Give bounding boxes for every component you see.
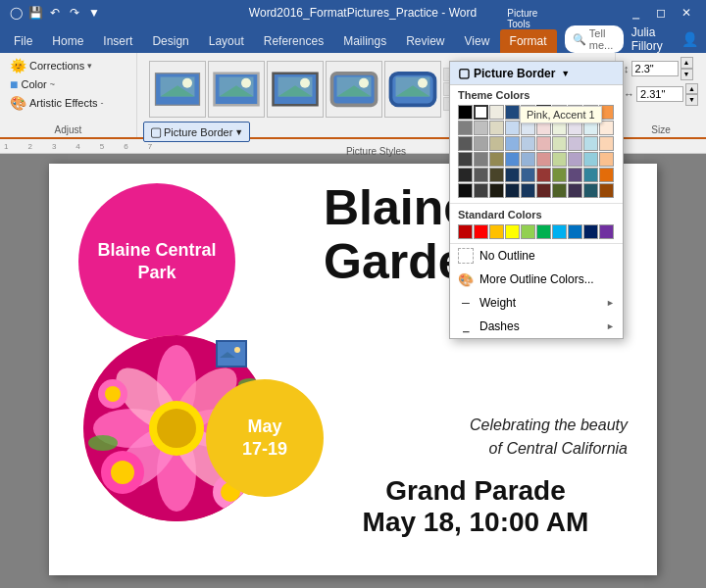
width-down-btn[interactable]: ▼ xyxy=(685,94,698,106)
c-r5-10[interactable] xyxy=(599,168,614,182)
picture-border-dropdown[interactable]: ▢ Picture Border ▼ Theme Colors xyxy=(449,61,624,339)
undo-btn[interactable]: ↶ xyxy=(47,5,63,21)
picture-border-btn[interactable]: ▢ Picture Border ▼ xyxy=(143,122,250,142)
color-btn[interactable]: ■ Color ~ xyxy=(6,75,130,93)
width-spin[interactable]: ▲ ▼ xyxy=(685,83,698,107)
tab-references[interactable]: References xyxy=(254,29,333,53)
color-darkblue[interactable] xyxy=(505,105,520,120)
sc-2[interactable] xyxy=(474,224,488,239)
color-purple[interactable] xyxy=(568,105,582,120)
c-r2-2[interactable] xyxy=(474,121,488,135)
c-r2-1[interactable] xyxy=(458,121,473,135)
c-r3-2[interactable] xyxy=(474,136,488,151)
sc-5[interactable] xyxy=(521,224,535,239)
c-r6-4[interactable] xyxy=(505,183,520,198)
tab-insert[interactable]: Insert xyxy=(93,29,142,53)
color-black[interactable] xyxy=(458,105,473,120)
tab-layout[interactable]: Layout xyxy=(199,29,254,53)
c-r4-4[interactable] xyxy=(505,152,520,167)
height-input[interactable] xyxy=(631,61,679,76)
sc-9[interactable] xyxy=(583,224,598,239)
c-r3-6[interactable] xyxy=(536,136,551,151)
c-r5-5[interactable] xyxy=(521,168,535,182)
no-outline-item[interactable]: No Outline xyxy=(450,244,623,268)
c-r6-6[interactable] xyxy=(536,183,551,198)
c-r3-3[interactable] xyxy=(489,136,504,151)
color-green[interactable] xyxy=(552,105,567,120)
color-cream[interactable] xyxy=(489,105,504,120)
window-controls[interactable]: ⎯ ◻ ✕ xyxy=(624,4,698,22)
sc-6[interactable] xyxy=(536,224,551,239)
c-r2-6[interactable] xyxy=(536,121,551,135)
c-r3-9[interactable] xyxy=(583,136,598,151)
c-r6-8[interactable] xyxy=(568,183,582,198)
color-red[interactable] xyxy=(536,105,551,120)
color-blue[interactable] xyxy=(521,105,535,120)
tab-mailings[interactable]: Mailings xyxy=(333,29,396,53)
redo-btn[interactable]: ↷ xyxy=(67,5,82,21)
color-teal[interactable] xyxy=(583,105,598,120)
c-r4-8[interactable] xyxy=(568,152,582,167)
tab-file[interactable]: File xyxy=(4,29,42,53)
c-r3-10[interactable] xyxy=(599,136,614,151)
c-r6-5[interactable] xyxy=(521,183,535,198)
quick-access-toolbar[interactable]: ◯ 💾 ↶ ↷ ▼ xyxy=(8,5,102,21)
c-r5-1[interactable] xyxy=(458,168,473,182)
more-colors-item[interactable]: 🎨 More Outline Colors... xyxy=(450,268,623,291)
style-5[interactable] xyxy=(384,61,441,118)
style-4[interactable] xyxy=(326,61,382,118)
sc-10[interactable] xyxy=(599,224,614,239)
corrections-btn[interactable]: 🌞 Corrections ▾ xyxy=(6,57,130,74)
c-r4-6[interactable] xyxy=(536,152,551,167)
c-r3-8[interactable] xyxy=(568,136,582,151)
c-r5-7[interactable] xyxy=(552,168,567,182)
c-r5-4[interactable] xyxy=(505,168,520,182)
c-r4-2[interactable] xyxy=(474,152,488,167)
c-r6-10[interactable] xyxy=(599,183,614,198)
c-r3-5[interactable] xyxy=(521,136,535,151)
tab-format[interactable]: Format xyxy=(500,29,557,53)
restore-btn[interactable]: ◻ xyxy=(649,4,673,22)
c-r2-8[interactable] xyxy=(568,121,582,135)
c-r6-2[interactable] xyxy=(474,183,488,198)
width-up-btn[interactable]: ▲ xyxy=(685,83,698,95)
small-picture[interactable] xyxy=(216,340,247,368)
c-r4-3[interactable] xyxy=(489,152,504,167)
sc-4[interactable] xyxy=(505,224,520,239)
save-btn[interactable]: 💾 xyxy=(27,5,43,21)
c-r4-9[interactable] xyxy=(583,152,598,167)
c-r2-3[interactable] xyxy=(489,121,504,135)
sc-3[interactable] xyxy=(489,224,504,239)
height-spin[interactable]: ▲ ▼ xyxy=(681,57,693,80)
c-r6-9[interactable] xyxy=(583,183,598,198)
c-r3-1[interactable] xyxy=(458,136,473,151)
minimize-btn[interactable]: ⎯ xyxy=(624,4,647,22)
tell-me-box[interactable]: 🔍 Tell me... xyxy=(565,25,624,53)
customize-btn[interactable]: ▼ xyxy=(86,5,102,21)
weight-item[interactable]: ─ Weight ► xyxy=(450,291,623,315)
c-r2-9[interactable] xyxy=(583,121,598,135)
tab-design[interactable]: Design xyxy=(142,29,198,53)
c-r5-6[interactable] xyxy=(536,168,551,182)
style-1[interactable] xyxy=(149,61,206,118)
color-orange[interactable] xyxy=(599,105,614,120)
c-r4-1[interactable] xyxy=(458,152,473,167)
c-r6-1[interactable] xyxy=(458,183,473,198)
c-r5-9[interactable] xyxy=(583,168,598,182)
style-3[interactable] xyxy=(267,61,324,118)
c-r2-7[interactable] xyxy=(552,121,567,135)
artistic-effects-btn[interactable]: 🎨 Artistic Effects - xyxy=(6,94,130,112)
style-2[interactable] xyxy=(208,61,265,118)
height-up-btn[interactable]: ▲ xyxy=(681,57,693,69)
c-r5-2[interactable] xyxy=(474,168,488,182)
c-r4-7[interactable] xyxy=(552,152,567,167)
sc-7[interactable] xyxy=(552,224,567,239)
sc-8[interactable] xyxy=(568,224,582,239)
c-r5-3[interactable] xyxy=(489,168,504,182)
close-btn[interactable]: ✕ xyxy=(675,4,698,22)
dashes-item[interactable]: ⎯ Dashes ► xyxy=(450,315,623,338)
c-r4-5[interactable] xyxy=(521,152,535,167)
c-r2-10[interactable] xyxy=(599,121,614,135)
c-r6-3[interactable] xyxy=(489,183,504,198)
c-r3-4[interactable] xyxy=(505,136,520,151)
